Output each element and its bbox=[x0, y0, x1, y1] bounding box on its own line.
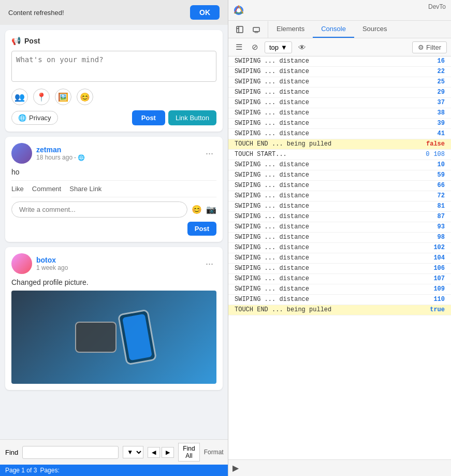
console-line: SWIPING ... distance41 bbox=[228, 129, 451, 139]
console-line-num: 25 bbox=[424, 78, 445, 85]
touch-end-line: TOUCH END ... being pulledfalse bbox=[228, 139, 451, 150]
status-text: Page 1 of 3 bbox=[5, 467, 37, 474]
post-time-2: 1 week ago bbox=[36, 264, 68, 271]
post-meta-2: 1 week ago bbox=[36, 264, 68, 271]
svg-rect-6 bbox=[255, 32, 258, 33]
post-time-1: 18 hours ago bbox=[36, 154, 72, 161]
tab-console[interactable]: Console bbox=[313, 21, 354, 38]
post-buttons-group: Post Link Button bbox=[132, 110, 216, 125]
post-card: 📢 Post 👥 📍 🖼️ 😊 🌐 Privacy Post Link Butt… bbox=[5, 30, 223, 132]
live-expressions-button[interactable]: 👁 bbox=[295, 41, 309, 54]
console-line-num: 29 bbox=[424, 89, 445, 96]
photo-comment-btn-1[interactable]: 📷 bbox=[206, 205, 216, 214]
megaphone-icon: 📢 bbox=[11, 36, 21, 46]
comment-area-1: 😊 📷 bbox=[11, 201, 216, 218]
touch-end-text: TOUCH END ... being pulled bbox=[235, 140, 426, 148]
console-line-num: 106 bbox=[424, 265, 445, 272]
console-line: SWIPING ... distance81 bbox=[228, 201, 451, 212]
left-panel: Content refreshed! OK 📢 Post 👥 📍 🖼️ 😊 🌐 … bbox=[0, 0, 228, 476]
console-line-num: 72 bbox=[424, 192, 445, 199]
console-line-text: SWIPING ... distance bbox=[235, 109, 424, 117]
find-bar: Find ▼ ◀ ▶ Find All Format bbox=[0, 439, 228, 465]
comment-post-button-1[interactable]: Post bbox=[187, 222, 216, 236]
filter-label: Filter bbox=[426, 44, 441, 51]
location-button[interactable]: 📍 bbox=[33, 89, 50, 105]
more-options-button-1[interactable]: ··· bbox=[202, 147, 216, 160]
console-line-text: SWIPING ... distance bbox=[235, 182, 424, 189]
console-line-num: 16 bbox=[424, 57, 445, 65]
console-line: SWIPING ... distance107 bbox=[228, 274, 451, 284]
format-button[interactable]: Format bbox=[204, 449, 224, 456]
tag-people-button[interactable]: 👥 bbox=[11, 89, 28, 105]
emoji-comment-btn-1[interactable]: 😊 bbox=[192, 205, 202, 214]
left-scroll: 📢 Post 👥 📍 🖼️ 😊 🌐 Privacy Post Link Butt… bbox=[0, 25, 228, 439]
find-input[interactable] bbox=[22, 446, 119, 459]
console-line-text: SWIPING ... distance bbox=[235, 275, 424, 282]
console-line: SWIPING ... distance109 bbox=[228, 284, 451, 295]
console-line-num: 98 bbox=[424, 234, 445, 241]
touch-start-num2: 108 bbox=[433, 151, 445, 158]
inspect-element-button[interactable] bbox=[231, 21, 248, 38]
console-line-num: 109 bbox=[424, 285, 445, 293]
emoji-button[interactable]: 😊 bbox=[77, 89, 93, 105]
console-line-num: 66 bbox=[424, 182, 445, 189]
feed-post-header-2: botox 1 week ago ··· bbox=[11, 253, 216, 274]
find-prev-button[interactable]: ◀ bbox=[148, 447, 160, 458]
console-line: SWIPING ... distance38 bbox=[228, 108, 451, 119]
console-line: SWIPING ... distance110 bbox=[228, 295, 451, 305]
share-button-1[interactable]: Share Link bbox=[69, 185, 101, 193]
console-line-num: 22 bbox=[424, 68, 445, 75]
tab-elements[interactable]: Elements bbox=[268, 21, 313, 38]
console-line: SWIPING ... distance98 bbox=[228, 233, 451, 243]
feed-card-2: botox 1 week ago ··· Changed profile pic… bbox=[5, 247, 223, 390]
context-selector[interactable]: top ▼ bbox=[265, 41, 292, 53]
content-refreshed-bar: Content refreshed! OK bbox=[0, 0, 228, 25]
feed-card-1: zetman 18 hours ago - 🌐 ··· ho Like Comm… bbox=[5, 137, 223, 242]
console-line-num: 102 bbox=[424, 244, 445, 251]
find-all-button[interactable]: Find All bbox=[178, 443, 199, 461]
tab-sources[interactable]: Sources bbox=[354, 21, 396, 38]
separator-1: - bbox=[74, 154, 76, 161]
chevron-down-icon: ▼ bbox=[281, 44, 287, 51]
console-line-text: SWIPING ... distance bbox=[235, 213, 424, 220]
find-select[interactable]: ▼ bbox=[123, 446, 143, 458]
post-textarea[interactable] bbox=[11, 51, 216, 82]
svg-rect-2 bbox=[237, 26, 243, 33]
privacy-button[interactable]: 🌐 Privacy bbox=[11, 111, 58, 125]
console-line: SWIPING ... distance25 bbox=[228, 77, 451, 88]
console-line-num: 87 bbox=[424, 213, 445, 220]
more-options-button-2[interactable]: ··· bbox=[202, 257, 216, 270]
find-nav: ◀ ▶ bbox=[148, 447, 174, 458]
expand-button[interactable]: ▶ bbox=[232, 463, 239, 473]
console-line: SWIPING ... distance106 bbox=[228, 264, 451, 274]
console-line-text: SWIPING ... distance bbox=[235, 223, 424, 230]
clear-console-button[interactable]: ⊘ bbox=[249, 40, 261, 54]
find-next-button[interactable]: ▶ bbox=[162, 447, 174, 458]
right-panel: DevTo bbox=[228, 0, 451, 476]
post-actions-row: 👥 📍 🖼️ 😊 bbox=[11, 89, 216, 105]
like-button-1[interactable]: Like bbox=[11, 185, 24, 193]
filter-bar: ⚙ Filter bbox=[412, 41, 447, 53]
link-button[interactable]: Link Button bbox=[168, 110, 216, 125]
console-line-num: 110 bbox=[424, 296, 445, 303]
comment-button-1[interactable]: Comment bbox=[32, 185, 61, 193]
sidebar-toggle-button[interactable]: ☰ bbox=[232, 40, 245, 54]
touch-end-value: false bbox=[426, 140, 445, 148]
post-submit-button[interactable]: Post bbox=[132, 110, 165, 125]
console-toolbar: ☰ ⊘ top ▼ 👁 ⚙ Filter bbox=[228, 38, 451, 56]
console-line-num: 59 bbox=[424, 171, 445, 179]
console-line: SWIPING ... distance10 bbox=[228, 160, 451, 170]
devtools-tab-bar: Elements Console Sources bbox=[228, 21, 451, 38]
console-output: SWIPING ... distance16SWIPING ... distan… bbox=[228, 56, 451, 459]
device-toolbar-button[interactable] bbox=[248, 21, 265, 38]
feed-user-info-1: zetman 18 hours ago - 🌐 bbox=[11, 143, 85, 164]
ok-button[interactable]: OK bbox=[190, 5, 220, 20]
username-2: botox bbox=[36, 256, 68, 264]
feed-image-2 bbox=[11, 291, 216, 384]
comment-input-1[interactable] bbox=[11, 201, 187, 218]
privacy-globe-1: 🌐 bbox=[78, 154, 85, 161]
photo-button[interactable]: 🖼️ bbox=[55, 89, 71, 105]
status-bar: Page 1 of 3 Pages: bbox=[0, 465, 228, 476]
devtools-header bbox=[228, 0, 451, 21]
console-line-text: SWIPING ... distance bbox=[235, 99, 424, 106]
